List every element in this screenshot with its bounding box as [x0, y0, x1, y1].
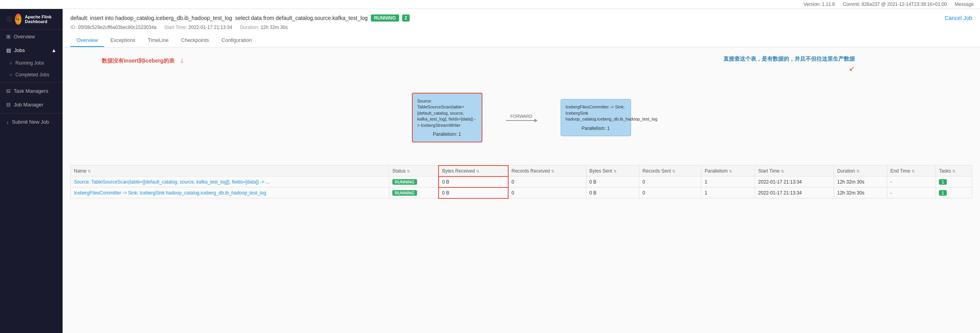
sidebar-item-completed-jobs[interactable]: ○ Completed Jobs	[3, 69, 63, 81]
cell-duration-1: 12h 32m 30s	[834, 187, 887, 198]
cell-rec-recv-0: 0	[508, 176, 586, 187]
cell-rec-recv-1: 0	[508, 187, 586, 198]
version-label: Version: 1.11.6	[804, 2, 835, 7]
table-container: Name ⇅ Status ⇅ Bytes Received ⇅ Records…	[70, 165, 972, 199]
submit-icon: ↓	[6, 119, 9, 125]
job-title-part2: select data from default_catalog.source.…	[235, 15, 368, 21]
topbar-right: Version: 1.11.6 Commit: 826a237 @ 2021-1…	[804, 2, 974, 7]
topbar: Version: 1.11.6 Commit: 826a237 @ 2021-1…	[0, 0, 980, 9]
cell-end-time-0: -	[887, 176, 935, 187]
cell-bytes-sent-0: 0 B	[586, 176, 639, 187]
spacer	[70, 150, 972, 162]
col-header-end-time: End Time ⇅	[887, 166, 935, 176]
running-jobs-icon: ○	[9, 60, 12, 66]
sidebar-item-job-manager[interactable]: ⊟ Job Manager	[0, 98, 63, 112]
id-label: ID:	[70, 25, 76, 30]
job-header: default: insert into hadoop_catalog.iceb…	[63, 9, 980, 47]
annotation-no-insert: 数据没有insert到iceberg的表 ↓	[102, 58, 174, 65]
arrow-line	[506, 120, 537, 121]
cell-tasks-1: 1	[936, 187, 972, 198]
sort-parallelism-icon[interactable]: ⇅	[729, 169, 732, 173]
job-meta: ID: 05f38c529e2cff6a03bec80c1523034a Sta…	[70, 25, 972, 30]
cell-name-1[interactable]: IcebergFilesCommitter -> Sink: IcebergSi…	[71, 187, 389, 198]
cell-status-0: RUNNING	[389, 176, 439, 187]
annotation-has-data: 直接查这个表，是有数据的，并且不但往这里生产数据 ↙	[723, 56, 855, 73]
col-header-start-time: Start Time ⇅	[755, 166, 834, 176]
table-row: IcebergFilesCommitter -> Sink: IcebergSi…	[71, 187, 972, 198]
message-label: Message	[955, 2, 974, 7]
sidebar-item-task-managers[interactable]: ⊟ Task Managers	[0, 84, 63, 98]
sort-duration-icon[interactable]: ⇅	[856, 169, 860, 173]
sidebar-label-job-manager: Job Manager	[14, 102, 43, 108]
sort-tasks-icon[interactable]: ⇅	[952, 169, 955, 173]
cell-bytes-recv-0: 0 B	[439, 176, 508, 187]
duration-value: 12h 32m 30s	[261, 25, 288, 30]
sort-rec-recv-icon[interactable]: ⇅	[551, 169, 554, 173]
job-table: Name ⇅ Status ⇅ Bytes Received ⇅ Records…	[70, 165, 972, 199]
sidebar-item-overview[interactable]: ⊞ Overview	[0, 30, 63, 43]
source-node-title: Source: TableSourceScan(table=[default_c…	[417, 98, 477, 128]
tab-checkpoints[interactable]: Checkpoints	[175, 34, 216, 47]
sort-rec-sent-icon[interactable]: ⇅	[672, 169, 675, 173]
cell-name-0[interactable]: Source: TableSourceScan(table=[[default_…	[71, 176, 389, 187]
jobs-subitems: ○ Running Jobs ○ Completed Jobs	[0, 57, 63, 81]
col-header-parallelism: Parallelism ⇅	[701, 166, 755, 176]
content-area: default: insert into hadoop_catalog.iceb…	[63, 9, 980, 333]
cell-duration-0: 12h 32m 30s	[834, 176, 887, 187]
cell-start-time-0: 2022-01-17 21:13:34	[755, 176, 834, 187]
job-tabs: Overview Exceptions TimeLine Checkpoints…	[70, 34, 972, 47]
job-body: 数据没有insert到iceberg的表 ↓ 直接查这个表，是有数据的，并且不但…	[63, 47, 980, 333]
cell-status-1: RUNNING	[389, 187, 439, 198]
table-row: Source: TableSourceScan(table=[[default_…	[71, 176, 972, 187]
sort-status-icon[interactable]: ⇅	[407, 169, 410, 173]
jobs-icon: ▤	[6, 47, 11, 53]
chevron-up-icon: ▲	[51, 47, 56, 53]
cancel-job-button[interactable]: Cancel Job	[945, 15, 972, 21]
col-header-records-received: Records Received ⇅	[508, 166, 586, 176]
sort-bytes-sent-icon[interactable]: ⇅	[613, 169, 617, 173]
sidebar-label-overview: Overview	[14, 34, 35, 40]
sidebar-item-submit-new-job[interactable]: ↓ Submit New Job	[0, 115, 63, 129]
sort-bytes-recv-icon[interactable]: ⇅	[476, 169, 479, 173]
col-header-name: Name ⇅	[71, 166, 389, 176]
arrow-label: FORWARD	[510, 114, 532, 119]
hamburger-icon[interactable]: ☰	[6, 16, 12, 23]
sidebar: ☰ 🐠 Apache Flink Dashboard ⊞ Overview ▤ …	[0, 9, 63, 333]
sidebar-logo: ☰ 🐠 Apache Flink Dashboard	[0, 9, 63, 30]
col-header-bytes-received: Bytes Received ⇅	[439, 166, 508, 176]
sort-start-icon[interactable]: ⇅	[781, 169, 784, 173]
duration-label: Duration:	[240, 25, 259, 30]
tab-configuration[interactable]: Configuration	[215, 34, 258, 47]
col-header-records-sent: Records Sent ⇅	[639, 166, 701, 176]
cell-end-time-1: -	[887, 187, 935, 198]
col-header-tasks: Tasks ⇅	[936, 166, 972, 176]
job-id-value: 05f38c529e2cff6a03bec80c1523034a	[78, 25, 156, 30]
tab-exceptions[interactable]: Exceptions	[104, 34, 142, 47]
tab-timeline[interactable]: TimeLine	[142, 34, 175, 47]
task-managers-icon: ⊟	[6, 88, 11, 94]
sidebar-label-task-managers: Task Managers	[14, 88, 48, 94]
cell-rec-sent-0: 0	[639, 176, 701, 187]
sidebar-section-jobs[interactable]: ▤ Jobs ▲	[0, 43, 63, 57]
flow-diagram: Source: TableSourceScan(table=[default_c…	[70, 93, 972, 142]
flow-node-sink[interactable]: IcebergFilesCommitter -> Sink: IcebergSi…	[561, 99, 631, 136]
job-title-row: default: insert into hadoop_catalog.iceb…	[70, 14, 972, 22]
sort-name-icon[interactable]: ⇅	[88, 169, 91, 173]
tab-overview[interactable]: Overview	[70, 34, 104, 47]
flow-node-source[interactable]: Source: TableSourceScan(table=[default_c…	[412, 93, 482, 142]
annotation-area-top: 数据没有insert到iceberg的表 ↓ 直接查这个表，是有数据的，并且不但…	[70, 54, 972, 85]
cell-rec-sent-1: 0	[639, 187, 701, 198]
cell-parallelism-1: 1	[701, 187, 755, 198]
cell-parallelism-0: 1	[701, 176, 755, 187]
sidebar-item-running-jobs[interactable]: ○ Running Jobs	[3, 57, 63, 69]
cell-start-time-1: 2022-01-17 21:13:34	[755, 187, 834, 198]
sidebar-logo-text: Apache Flink Dashboard	[25, 14, 56, 24]
start-time-label: Start Time:	[164, 25, 187, 30]
overview-icon: ⊞	[6, 34, 11, 40]
cell-tasks-0: 1	[936, 176, 972, 187]
sort-end-time-icon[interactable]: ⇅	[912, 169, 915, 173]
commit-label: Commit: 826a237 @ 2021-12-14T23:38:16+01…	[843, 2, 947, 7]
cell-bytes-sent-1: 0 B	[586, 187, 639, 198]
sink-node-title: IcebergFilesCommitter -> Sink: IcebergSi…	[566, 104, 626, 122]
start-time-value: 2022-01-17 21:13:34	[189, 25, 232, 30]
